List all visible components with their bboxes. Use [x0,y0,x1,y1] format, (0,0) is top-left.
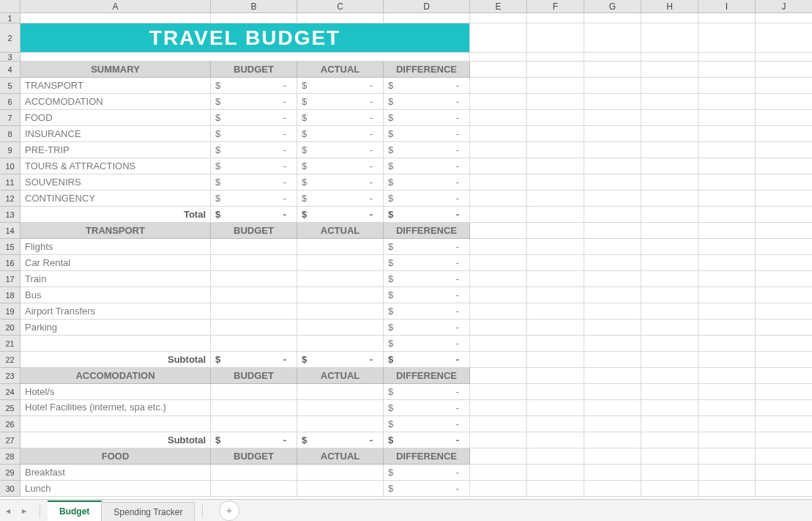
cell[interactable] [699,223,756,239]
col-header-j[interactable]: J [756,0,812,13]
select-all-corner[interactable] [0,0,21,13]
money-cell[interactable]: $- [384,416,470,432]
cell[interactable] [699,416,756,432]
col-header-c[interactable]: C [297,0,384,13]
cell[interactable] [584,336,641,352]
cell[interactable] [297,400,384,416]
cell[interactable] [470,448,527,465]
money-cell[interactable]: $- [211,432,297,448]
cell[interactable] [699,174,756,191]
cell[interactable] [527,336,584,352]
cell[interactable] [699,207,756,223]
cell[interactable] [641,448,699,465]
cell[interactable] [756,110,812,126]
cell[interactable] [584,62,641,78]
cell[interactable] [527,416,584,432]
add-sheet-button[interactable]: ＋ [219,500,239,521]
cell[interactable] [211,400,297,416]
tab-nav-next[interactable]: ▸ [16,503,32,519]
money-cell[interactable]: $- [297,126,384,142]
cell[interactable] [641,287,699,303]
cell[interactable] [527,62,584,78]
money-cell[interactable]: $- [211,158,297,174]
cell[interactable] [699,271,756,287]
total-label[interactable]: Total [21,207,211,223]
cell[interactable] [699,239,756,255]
money-cell[interactable]: $- [297,432,384,448]
cell[interactable] [641,126,699,142]
row-header-16[interactable]: 16 [0,255,21,271]
money-cell[interactable]: $- [384,94,470,110]
cell[interactable] [527,13,584,23]
row-label[interactable]: Bus [21,287,211,303]
cell[interactable] [527,448,584,465]
cell[interactable] [584,481,641,497]
cell[interactable] [641,94,699,110]
cell[interactable] [756,13,812,23]
cell[interactable] [641,255,699,271]
cell[interactable] [470,142,527,158]
cell[interactable] [641,319,699,336]
section-header[interactable]: TRANSPORT [21,223,211,239]
column-header[interactable]: BUDGET [211,62,297,78]
row-label[interactable]: TOURS & ATTRACTIONS [21,158,211,174]
cell[interactable] [470,352,527,368]
cell[interactable] [211,255,297,271]
cell[interactable] [641,223,699,239]
cell[interactable] [470,110,527,126]
cell[interactable] [470,239,527,255]
cell[interactable] [641,110,699,126]
cell[interactable] [211,319,297,336]
cell[interactable] [527,78,584,94]
cell[interactable] [641,13,699,23]
row-label[interactable]: PRE-TRIP [21,142,211,158]
cell[interactable] [641,432,699,448]
cell[interactable] [211,465,297,481]
cell[interactable] [699,94,756,110]
column-header[interactable]: BUDGET [211,368,297,384]
cell[interactable] [641,481,699,497]
cell[interactable] [470,23,527,53]
row-label[interactable]: Hotel/s [21,384,211,400]
money-cell[interactable]: $- [297,78,384,94]
row-header-4[interactable]: 4 [0,62,21,78]
cell[interactable] [641,62,699,78]
cell[interactable] [211,336,297,352]
row-label[interactable]: TRANSPORT [21,78,211,94]
money-cell[interactable]: $- [211,78,297,94]
cell[interactable] [584,271,641,287]
cell[interactable] [584,432,641,448]
row-header-12[interactable]: 12 [0,191,21,207]
cell[interactable] [470,126,527,142]
money-cell[interactable]: $- [384,287,470,303]
cell[interactable] [297,13,384,23]
col-header-f[interactable]: F [527,0,584,13]
cell[interactable] [699,368,756,384]
cell[interactable] [641,158,699,174]
cell[interactable] [21,13,211,23]
cell[interactable] [584,23,641,53]
row-header-29[interactable]: 29 [0,465,21,481]
cell[interactable] [756,416,812,432]
cell[interactable] [699,336,756,352]
cell[interactable] [641,465,699,481]
cell[interactable] [641,53,699,62]
row-header-5[interactable]: 5 [0,78,21,94]
cell[interactable] [756,223,812,239]
cell[interactable] [584,239,641,255]
cell[interactable] [297,239,384,255]
cell[interactable] [211,271,297,287]
cell[interactable] [470,94,527,110]
column-header[interactable]: ACTUAL [297,368,384,384]
cell[interactable] [527,319,584,336]
money-cell[interactable]: $- [384,319,470,336]
row-header-17[interactable]: 17 [0,271,21,287]
cell[interactable] [527,191,584,207]
cell[interactable] [211,303,297,319]
cell[interactable] [641,384,699,400]
row-header-3[interactable]: 3 [0,53,21,62]
row-label[interactable]: Hotel Facilities (internet, spa etc.) [21,400,211,416]
cell[interactable] [584,158,641,174]
row-header-10[interactable]: 10 [0,158,21,174]
cell[interactable] [470,271,527,287]
